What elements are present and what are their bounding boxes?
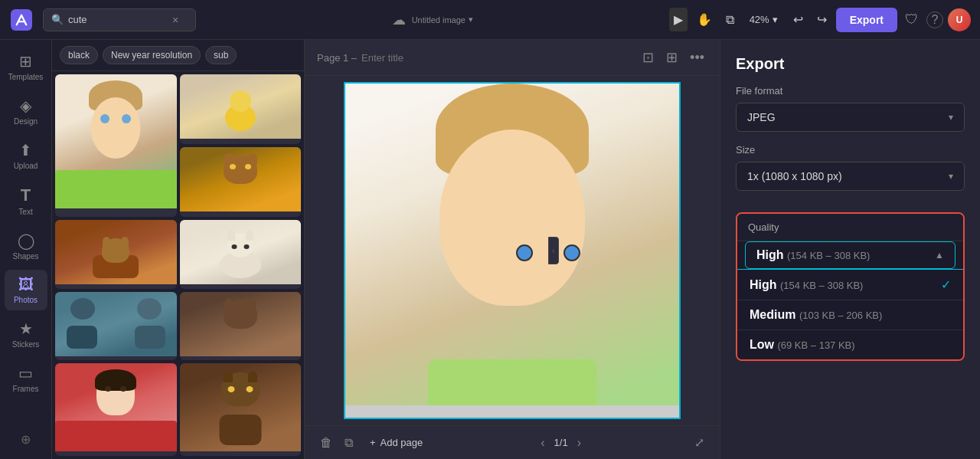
page-indicator: 1/1 (554, 437, 568, 448)
quality-selected-checkmark: ✓ (941, 277, 951, 292)
canvas-bottom-bar (345, 405, 679, 418)
export-panel: Export File format JPEG ▾ Size 1x (1080 … (720, 40, 980, 459)
sidebar-item-stickers[interactable]: ★ Stickers (5, 313, 47, 355)
sidebar-item-text-label: Text (18, 208, 32, 216)
more-canvas-button[interactable]: ••• (687, 46, 707, 69)
page-title-input[interactable] (361, 52, 490, 64)
templates-icon: ⊞ (19, 52, 32, 70)
search-clear-button[interactable]: × (172, 14, 178, 26)
sidebar-item-photos-label: Photos (14, 296, 38, 304)
frame-view-button[interactable]: ⊡ (639, 46, 657, 69)
add-page-button[interactable]: + Add page (362, 432, 430, 453)
canvas-toolbar: Page 1 – ⊡ ⊞ ••• (305, 40, 720, 76)
collapse-panel-handle[interactable]: ‹ (548, 237, 559, 264)
quality-option-high-label: High (154 KB – 308 KB) (750, 278, 863, 292)
search-input[interactable] (68, 14, 168, 25)
page-label: Page 1 – (317, 52, 490, 64)
export-title: Export (736, 55, 965, 73)
photo-item-kitten3[interactable] (180, 363, 302, 456)
grid-view-button[interactable]: ⊞ (663, 46, 681, 69)
avatar[interactable]: U (948, 8, 971, 31)
next-page-button[interactable]: › (574, 433, 584, 453)
sidebar-item-frames-label: Frames (13, 385, 39, 393)
design-icon: ◈ (20, 97, 31, 115)
photo-item-spitz[interactable] (180, 220, 302, 289)
sidebar-item-upload[interactable]: ⬆ Upload (5, 135, 47, 176)
sidebar-item-photos[interactable]: 🖼 Photos (5, 270, 47, 310)
hand-tool-button[interactable]: ✋ (692, 8, 717, 31)
svg-rect-0 (11, 9, 32, 31)
page-number-label: Page 1 – (317, 52, 357, 64)
document-title-arrow: ▾ (469, 15, 473, 25)
photo-item-cats-play[interactable] (55, 292, 177, 361)
photo-item-kitten2[interactable] (180, 292, 302, 361)
sidebar-item-design-label: Design (14, 117, 38, 126)
canvas-boy-face (439, 130, 585, 306)
canvas-area: Page 1 – ⊡ ⊞ ••• ‹ (305, 40, 720, 459)
sidebar-item-shapes[interactable]: ◯ Shapes (5, 225, 47, 267)
sidebar-item-upload-label: Upload (14, 162, 38, 170)
quality-dropdown-arrow-icon: ▲ (935, 250, 944, 261)
search-bar[interactable]: 🔍 × (43, 8, 196, 31)
undo-button[interactable]: ↩ (789, 8, 808, 31)
select-tool-button[interactable]: ▶ (669, 8, 688, 31)
canvas-frame[interactable] (344, 82, 681, 419)
sidebar-item-templates-label: Templates (8, 73, 44, 81)
topbar: 🔍 × ☁ Untitled image ▾ ▶ ✋ ⧉ 42% ▾ ↩ ↪ E… (0, 0, 980, 40)
redo-button[interactable]: ↪ (812, 8, 831, 31)
canvas-view-controls: ⊡ ⊞ ••• (639, 46, 707, 69)
photos-icon: 🖼 (18, 276, 34, 293)
search-icon: 🔍 (51, 14, 64, 25)
frames-icon: ▭ (18, 364, 33, 382)
tag-black[interactable]: black (60, 46, 98, 64)
layout-button[interactable]: ⧉ (721, 8, 739, 31)
add-page-label: Add page (381, 437, 423, 448)
zoom-value: 42% (750, 14, 769, 25)
filter-tags: black New year resolution sub (52, 40, 304, 71)
sidebar-item-templates[interactable]: ⊞ Templates (5, 46, 47, 87)
photo-item-boy[interactable] (55, 74, 177, 217)
size-select[interactable]: 1x (1080 x 1080 px) ▾ (736, 162, 965, 191)
photo-item-baby[interactable] (55, 363, 177, 456)
app-logo[interactable] (9, 8, 34, 32)
media-panel: black New year resolution sub (52, 40, 305, 459)
sidebar-item-stickers-label: Stickers (12, 340, 40, 349)
canvas-content: ‹ (305, 76, 720, 425)
canvas-image (345, 84, 679, 418)
document-title-text: Untitled image (412, 15, 466, 25)
photo-item-kitten1[interactable] (180, 147, 302, 217)
sidebar-more-button[interactable]: ⊕ (15, 426, 37, 453)
duplicate-page-button[interactable]: ⧉ (341, 433, 356, 453)
sidebar-item-text[interactable]: T Text (5, 179, 47, 222)
prev-page-button[interactable]: ‹ (537, 433, 547, 453)
sidebar-item-design[interactable]: ◈ Design (5, 90, 47, 132)
tag-sub[interactable]: sub (205, 46, 237, 64)
shapes-icon: ◯ (18, 231, 34, 250)
photo-item-cat-basket[interactable] (55, 220, 177, 289)
left-sidebar: ⊞ Templates ◈ Design ⬆ Upload T Text ◯ S… (0, 40, 52, 459)
zoom-arrow-icon: ▾ (773, 14, 778, 25)
quality-dropdown-trigger[interactable]: High (154 KB – 308 KB) ▲ (745, 241, 956, 269)
delete-page-button[interactable]: 🗑 (317, 433, 335, 453)
expand-button[interactable]: ⤢ (691, 432, 707, 453)
zoom-control[interactable]: 42% ▾ (743, 9, 784, 30)
sidebar-item-shapes-label: Shapes (13, 252, 39, 261)
help-icon[interactable]: ? (926, 11, 943, 28)
quality-selected-label: High (154 KB – 308 KB) (756, 248, 870, 262)
quality-option-medium[interactable]: Medium (103 KB – 206 KB) (737, 300, 963, 330)
shield-icon[interactable]: 🛡 (902, 8, 922, 31)
canvas-boy-eye-left (516, 244, 533, 261)
more-icon: ⊕ (21, 433, 31, 446)
tag-new-year[interactable]: New year resolution (103, 46, 201, 64)
document-title[interactable]: Untitled image ▾ (412, 15, 473, 25)
file-format-select[interactable]: JPEG ▾ (736, 103, 965, 132)
quality-option-high[interactable]: High (154 KB – 308 KB) ✓ (737, 270, 963, 300)
quality-section: Quality High (154 KB – 308 KB) ▲ High (1… (736, 212, 965, 361)
sidebar-item-frames[interactable]: ▭ Frames (5, 358, 47, 399)
size-arrow-icon: ▾ (949, 171, 953, 182)
photo-item-chick[interactable] (180, 74, 302, 144)
export-button[interactable]: Export (836, 8, 897, 32)
text-icon: T (21, 185, 31, 205)
quality-option-low-label: Low (69 KB – 137 KB) (750, 338, 855, 352)
quality-option-low[interactable]: Low (69 KB – 137 KB) (737, 330, 963, 359)
